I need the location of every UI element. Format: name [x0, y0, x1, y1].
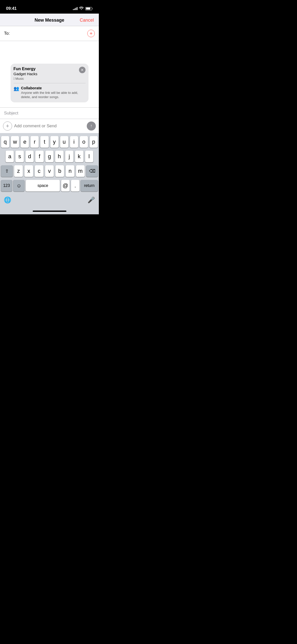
collaborate-row: 👥 Collaborate Anyone with the link will … — [14, 86, 86, 99]
home-bar — [33, 211, 66, 212]
home-indicator — [0, 209, 99, 214]
comment-input[interactable] — [14, 124, 85, 129]
collaborate-icon: 👥 — [14, 86, 19, 91]
compose-area: Subject + ↑ — [0, 107, 99, 133]
keyboard-bottom-row: 🌐 🎤 — [1, 194, 98, 206]
at-key[interactable]: @ — [61, 180, 70, 191]
key-z[interactable]: z — [14, 165, 23, 177]
key-p[interactable]: p — [90, 136, 98, 148]
emoji-icon: ☺ — [16, 183, 21, 189]
attachment-source:  Music — [14, 77, 79, 80]
delete-key[interactable]: ⌫ — [86, 165, 98, 177]
return-key[interactable]: return — [81, 180, 98, 191]
key-l[interactable]: l — [85, 151, 93, 162]
input-row: + ↑ — [0, 119, 99, 133]
keyboard-row-3: ⇧ z x c v b n m ⌫ — [1, 165, 98, 177]
to-label: To: — [4, 31, 10, 36]
keyboard: q w e r t y u i o p a s d f g h j k l ⇧ … — [0, 133, 99, 209]
attachment-header: Fun Energy Gadget Hacks  Music ✕ — [14, 67, 86, 83]
cancel-button[interactable]: Cancel — [80, 18, 94, 23]
globe-icon: 🌐 — [4, 196, 11, 204]
message-area: Fun Energy Gadget Hacks  Music ✕ 👥 Coll… — [0, 41, 99, 107]
key-s[interactable]: s — [15, 151, 24, 162]
key-h[interactable]: h — [55, 151, 63, 162]
key-n[interactable]: n — [66, 165, 74, 177]
collaborate-title: Collaborate — [21, 86, 86, 90]
status-icons — [73, 7, 93, 11]
to-field: To: + — [0, 26, 99, 41]
attachment-title: Fun Energy — [14, 67, 79, 71]
subject-placeholder: Subject — [4, 111, 18, 115]
key-c[interactable]: c — [35, 165, 44, 177]
key-m[interactable]: m — [76, 165, 85, 177]
attachment-card: Fun Energy Gadget Hacks  Music ✕ 👥 Coll… — [11, 64, 89, 102]
key-j[interactable]: j — [65, 151, 73, 162]
add-recipient-button[interactable]: + — [87, 30, 95, 37]
collaborate-description: Anyone with the link will be able to add… — [21, 91, 86, 99]
numbers-key[interactable]: 123 — [1, 180, 12, 191]
delete-icon: ⌫ — [89, 168, 95, 174]
attachment-subtitle: Gadget Hacks — [14, 72, 79, 76]
mic-key[interactable]: 🎤 — [86, 194, 97, 206]
shift-icon: ⇧ — [5, 168, 9, 174]
key-o[interactable]: o — [80, 136, 88, 148]
key-x[interactable]: x — [24, 165, 33, 177]
to-input[interactable] — [12, 31, 87, 36]
keyboard-row-1: q w e r t y u i o p — [1, 136, 98, 148]
globe-key[interactable]: 🌐 — [2, 194, 13, 206]
key-k[interactable]: k — [75, 151, 83, 162]
status-bar: 09:41 — [0, 0, 99, 14]
attachment-info: Fun Energy Gadget Hacks  Music — [14, 67, 79, 80]
subject-row[interactable]: Subject — [0, 108, 99, 119]
key-t[interactable]: t — [40, 136, 49, 148]
emoji-key[interactable]: ☺ — [13, 180, 24, 191]
shift-key[interactable]: ⇧ — [1, 165, 13, 177]
nav-bar: New Message Cancel — [0, 14, 99, 26]
key-w[interactable]: w — [11, 136, 19, 148]
send-button[interactable]: ↑ — [87, 122, 96, 131]
key-a[interactable]: a — [6, 151, 14, 162]
key-d[interactable]: d — [25, 151, 34, 162]
attach-button[interactable]: + — [3, 122, 12, 131]
key-f[interactable]: f — [35, 151, 44, 162]
key-g[interactable]: g — [45, 151, 54, 162]
attachment-source-label: Music — [15, 77, 24, 80]
period-key[interactable]: . — [71, 180, 79, 191]
microphone-icon: 🎤 — [88, 196, 95, 204]
space-key[interactable]: space — [26, 180, 60, 191]
battery-icon — [85, 7, 93, 10]
status-time: 09:41 — [6, 6, 17, 11]
collaborate-text: Collaborate Anyone with the link will be… — [21, 86, 86, 99]
signal-bars-icon — [73, 7, 77, 10]
key-e[interactable]: e — [21, 136, 29, 148]
wifi-icon — [79, 7, 83, 11]
key-i[interactable]: i — [70, 136, 78, 148]
keyboard-row-4: 123 ☺ space @ . return — [1, 180, 98, 191]
key-r[interactable]: r — [30, 136, 39, 148]
key-u[interactable]: u — [60, 136, 68, 148]
keyboard-row-2: a s d f g h j k l — [1, 151, 98, 162]
close-attachment-button[interactable]: ✕ — [79, 67, 86, 73]
nav-title: New Message — [34, 18, 64, 23]
key-b[interactable]: b — [55, 165, 64, 177]
phone-wrapper: 09:41 New Message Cancel — [0, 0, 99, 214]
key-q[interactable]: q — [1, 136, 9, 148]
key-v[interactable]: v — [45, 165, 54, 177]
key-y[interactable]: y — [50, 136, 59, 148]
apple-logo-icon:  — [14, 77, 15, 80]
send-arrow-icon: ↑ — [90, 124, 93, 128]
